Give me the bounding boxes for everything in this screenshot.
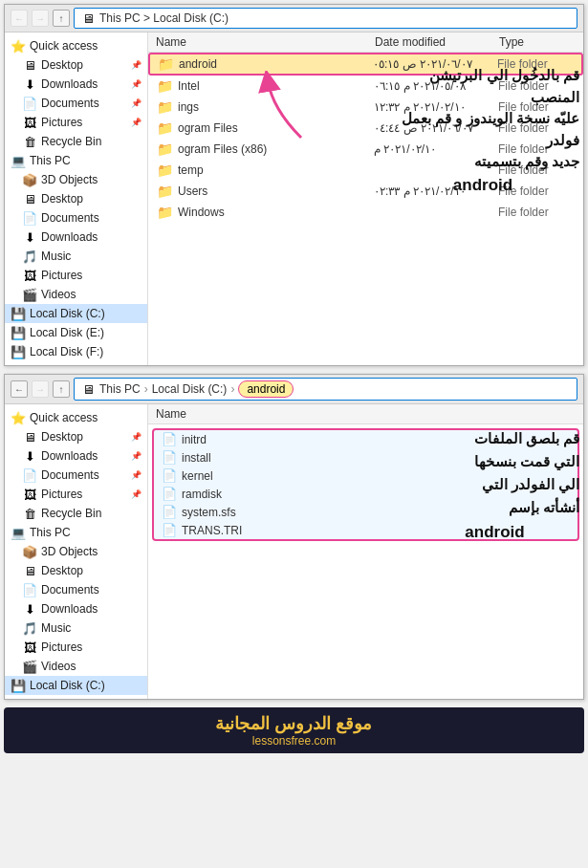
folder-icon: 📁 [157, 141, 173, 157]
disk2-icon: 💾 [11, 678, 26, 693]
pictures2-icon: 🖼 [22, 268, 37, 283]
sidebar-item-desktop[interactable]: 🖥 Desktop 📌 [5, 55, 147, 75]
explorer-window-2: ← → ↑ 🖥 This PC › Local Disk (C:) › andr… [4, 374, 584, 700]
sidebar-item-locale[interactable]: 💾 Local Disk (E:) [5, 323, 147, 342]
folder-icon: 📁 [157, 163, 173, 178]
folder-icon: 📁 [157, 99, 173, 115]
thispc-icon: 💻 [11, 153, 26, 168]
documents4-icon: 📄 [22, 582, 37, 597]
sidebar2-item-thispc[interactable]: 💻 This PC [5, 523, 147, 542]
sidebar-1: ⭐ Quick access 🖥 Desktop 📌 ⬇ Downloads 📌… [5, 33, 148, 365]
sidebar-item-documents2[interactable]: 📄 Documents [5, 208, 147, 228]
file-list-header-2: Name [148, 404, 583, 424]
sidebar2-item-pictures[interactable]: 🖼 Pictures 📌 [5, 485, 147, 504]
sidebar-item-pictures2[interactable]: 🖼 Pictures [5, 266, 147, 285]
up-button-2[interactable]: ↑ [53, 380, 70, 398]
quickaccess-icon: ⭐ [11, 38, 26, 54]
address-pc: This PC [99, 382, 141, 396]
address-bar-1[interactable]: 🖥 This PC > Local Disk (C:) [74, 8, 577, 29]
computer-icon-2: 🖥 [80, 381, 96, 397]
desktop-icon: 🖥 [22, 57, 37, 73]
sidebar-2: ⭐ Quick access 🖥 Desktop 📌 ⬇ Downloads 📌… [5, 404, 148, 699]
address-android: android [238, 380, 294, 398]
sidebar2-item-3dobjects[interactable]: 📦 3D Objects [5, 542, 147, 561]
sidebar2-item-downloads[interactable]: ⬇ Downloads 📌 [5, 446, 147, 466]
disk-icon: 💾 [11, 306, 26, 321]
disk-e-icon: 💾 [11, 325, 26, 340]
file-icon-ramdisk: 📄 [162, 487, 177, 501]
file-icon-kernel: 📄 [162, 468, 177, 483]
disk-f-icon: 💾 [11, 344, 26, 359]
sidebar-item-downloads2[interactable]: ⬇ Downloads [5, 228, 147, 247]
sidebar-item-downloads[interactable]: ⬇ Downloads 📌 [5, 75, 147, 94]
sidebar2-item-documents2[interactable]: 📄 Documents [5, 580, 147, 599]
sidebar2-item-videos[interactable]: 🎬 Videos [5, 657, 147, 676]
pictures3-icon: 🖼 [22, 487, 37, 502]
documents2-icon: 📄 [22, 210, 37, 226]
title-bar-2: ← → ↑ 🖥 This PC › Local Disk (C:) › andr… [5, 375, 583, 404]
sidebar-item-documents[interactable]: 📄 Documents 📌 [5, 94, 147, 113]
sidebar2-item-desktop[interactable]: 🖥 Desktop 📌 [5, 427, 147, 446]
file-icon-systemsfs: 📄 [162, 505, 177, 519]
folder-icon: 📁 [157, 184, 173, 199]
documents-icon: 📄 [22, 96, 37, 111]
sidebar-item-localc[interactable]: 💾 Local Disk (C:) [5, 304, 147, 323]
sidebar2-item-desktop2[interactable]: 🖥 Desktop [5, 561, 147, 580]
quickaccess2-icon: ⭐ [11, 410, 26, 425]
file-icon-install: 📄 [162, 450, 177, 465]
sidebar-item-recyclebin[interactable]: 🗑 Recycle Bin [5, 132, 147, 151]
videos2-icon: 🎬 [22, 659, 37, 674]
sidebar-item-videos[interactable]: 🎬 Videos [5, 285, 147, 304]
title-bar-1: ← → ↑ 🖥 This PC > Local Disk (C:) [5, 5, 583, 33]
documents3-icon: 📄 [22, 467, 37, 483]
downloads-icon: ⬇ [22, 76, 37, 92]
sidebar-item-localf[interactable]: 💾 Local Disk (F:) [5, 342, 147, 361]
desktop4-icon: 🖥 [22, 563, 37, 578]
sidebar-item-thispc[interactable]: 💻 This PC [5, 151, 147, 170]
content-area-1: ⭐ Quick access 🖥 Desktop 📌 ⬇ Downloads 📌… [5, 33, 583, 365]
sidebar-item-pictures[interactable]: 🖼 Pictures 📌 [5, 113, 147, 132]
forward-button[interactable]: → [32, 10, 49, 27]
up-button[interactable]: ↑ [53, 10, 70, 27]
sidebar2-item-recyclebin[interactable]: 🗑 Recycle Bin [5, 504, 147, 523]
file-row-windows[interactable]: 📁 Windows File folder [148, 202, 583, 223]
pin-icon: 📌 [131, 60, 142, 70]
address-thispc: This PC > Local Disk (C:) [99, 11, 229, 25]
objects3d-icon: 📦 [22, 172, 37, 187]
content-area-2: ⭐ Quick access 🖥 Desktop 📌 ⬇ Downloads 📌… [5, 404, 583, 699]
folder-icon: 📁 [157, 120, 173, 136]
file-list-header: Name Date modified Type [148, 33, 583, 53]
pin2-icon: 📌 [131, 432, 142, 442]
pin-icon-doc: 📌 [131, 98, 142, 108]
computer-icon: 🖥 [80, 11, 96, 26]
sidebar2-item-pictures2[interactable]: 🖼 Pictures [5, 638, 147, 657]
folder-icon: 📁 [157, 205, 173, 220]
sidebar2-item-quickaccess[interactable]: ⭐ Quick access [5, 408, 147, 427]
downloads2-icon: ⬇ [22, 229, 37, 245]
recyclebin2-icon: 🗑 [22, 506, 37, 521]
downloads4-icon: ⬇ [22, 601, 37, 617]
music-icon: 🎵 [22, 249, 37, 264]
forward-button-2[interactable]: → [32, 380, 49, 398]
back-button[interactable]: ← [11, 10, 28, 27]
sidebar-item-desktop2[interactable]: 🖥 Desktop [5, 189, 147, 208]
pin-icon-dl: 📌 [131, 79, 142, 89]
sidebar2-item-music[interactable]: 🎵 Music [5, 618, 147, 638]
sidebar2-item-localc[interactable]: 💾 Local Disk (C:) [5, 676, 147, 695]
desktop3-icon: 🖥 [22, 429, 37, 445]
sidebar2-item-documents[interactable]: 📄 Documents 📌 [5, 466, 147, 485]
file-area-2: Name 📄 initrd 📄 install [148, 404, 583, 699]
sidebar-item-music[interactable]: 🎵 Music [5, 247, 147, 266]
pictures4-icon: 🖼 [22, 640, 37, 655]
sidebar-item-3dobjects[interactable]: 📦 3D Objects [5, 170, 147, 189]
footer-arabic: موقع الدروس المجانية [13, 713, 575, 734]
pin2-pic-icon: 📌 [131, 489, 142, 499]
address-bar-2[interactable]: 🖥 This PC › Local Disk (C:) › android [74, 378, 577, 401]
sidebar2-item-downloads2[interactable]: ⬇ Downloads [5, 599, 147, 618]
file-icon-transtri: 📄 [162, 523, 177, 537]
pin2-dl-icon: 📌 [131, 451, 142, 461]
downloads3-icon: ⬇ [22, 448, 37, 464]
back-button-2[interactable]: ← [11, 380, 28, 398]
objects3d-2-icon: 📦 [22, 544, 37, 559]
sidebar-item-quickaccess[interactable]: ⭐ Quick access [5, 36, 147, 55]
